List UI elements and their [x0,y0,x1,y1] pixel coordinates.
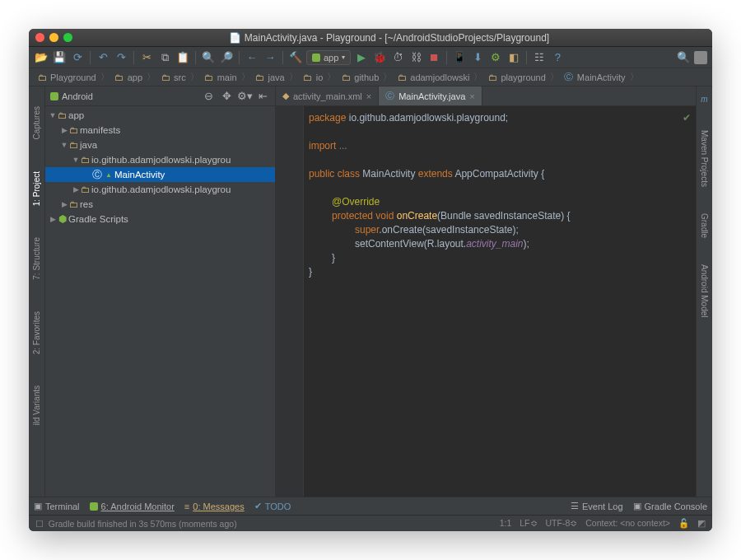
line-ending[interactable]: LF≎ [520,518,537,529]
close-window-button[interactable] [35,33,44,42]
close-tab-icon[interactable]: × [469,91,474,101]
tab-project[interactable]: 1: Project [32,168,41,209]
context[interactable]: Context: <no context> [585,518,670,529]
zoom-window-button[interactable] [63,33,72,42]
crumb-mainactivity[interactable]: ⒸMainActivity [561,70,628,84]
sdk-icon[interactable]: ⬇ [470,50,485,65]
btn-messages[interactable]: ≡ 0: Messages [184,502,245,511]
btn-event-log[interactable]: ☰ Event Log [571,501,623,511]
project-panel-header: Android ⊖ ✥ ⚙▾ ⇤ [45,86,275,106]
user-icon[interactable] [694,51,707,64]
find-icon[interactable]: 🔍 [201,50,216,65]
crumb-adamjodlowski[interactable]: 🗀adamjodlowski [394,72,472,83]
tab-mainactivity-java[interactable]: ⒸMainActivity.java× [379,86,482,105]
copy-icon[interactable]: ⧉ [157,50,172,65]
crumb-src[interactable]: 🗀src [157,72,189,83]
avd-icon[interactable]: 📱 [452,50,467,65]
tree-pkg2[interactable]: ▶🗀io.github.adamjodlowski.playgrou [45,182,275,197]
search-icon[interactable]: 🔍 [676,50,691,65]
btn-android-monitor[interactable]: 6: Android Monitor [90,502,175,511]
save-icon[interactable]: 💾 [52,50,67,65]
back-icon[interactable]: ← [245,50,259,65]
tab-captures[interactable]: Captures [32,103,41,143]
settings-icon[interactable]: ⚙▾ [237,89,252,104]
tree-gradle-scripts[interactable]: ▶⬢Gradle Scripts [45,212,275,226]
forward-icon[interactable]: → [263,50,277,65]
minimize-window-button[interactable] [49,33,58,42]
help-icon[interactable]: ? [550,50,565,65]
lock-icon[interactable]: 🔓 [678,518,689,529]
crumb-github[interactable]: 🗀github [338,72,381,83]
run-icon[interactable]: ▶ [354,50,369,65]
tab-android-model[interactable]: Android Model [700,261,709,320]
tree-pkg1[interactable]: ▼🗀io.github.adamjodlowski.playgrou [45,152,275,167]
separator [90,51,91,64]
btn-gradle-console[interactable]: ▣ Gradle Console [633,501,707,511]
tab-build-variants[interactable]: ild Variants [32,382,41,429]
crumb-app[interactable]: 🗀app [111,72,145,83]
structure-icon[interactable]: ☷ [532,50,547,65]
editor-area: ◆activity_main.xml× ⒸMainActivity.java× … [276,86,696,497]
window-title: 📄 MainActivity.java - Playground - [~/An… [72,32,706,44]
main-toolbar: 📂 💾 ⟳ ↶ ↷ ✂ ⧉ 📋 🔍 🔎 ← → 🔨 app ▾ ▶ 🐞 ⏱ ⛓ … [29,47,712,68]
right-tool-gutter: m Maven Projects Gradle Android Model [696,86,712,497]
paste-icon[interactable]: 📋 [175,50,190,65]
btn-todo[interactable]: ✔ TODO [254,501,291,511]
target-icon[interactable]: ✥ [219,89,234,104]
profile-icon[interactable]: ⏱ [390,50,405,65]
tab-activity-main-xml[interactable]: ◆activity_main.xml× [276,86,379,105]
replace-icon[interactable]: 🔎 [219,50,234,65]
tab-maven[interactable]: Maven Projects [700,127,709,190]
layout-icon[interactable]: ◧ [506,50,521,65]
close-tab-icon[interactable]: × [366,91,371,101]
stop-icon[interactable]: ⏹ [426,50,441,65]
tab-favorites[interactable]: 2: Favorites [32,308,41,357]
crumb-io[interactable]: 🗀io [300,72,326,83]
crumb-main[interactable]: 🗀main [201,72,240,83]
workspace-icon[interactable]: ◩ [697,518,706,529]
tab-structure[interactable]: 7: Structure [32,234,41,283]
undo-icon[interactable]: ↶ [96,50,110,65]
tree-java[interactable]: ▼🗀java [45,138,275,152]
bottom-tool-bar: ▣ Terminal 6: Android Monitor ≡ 0: Messa… [29,497,712,515]
tree-app[interactable]: ▼🗀app [45,108,275,123]
android-icon [312,54,320,62]
cut-icon[interactable]: ✂ [139,50,154,65]
caret-position[interactable]: 1:1 [500,518,512,529]
project-tree: ▼🗀app ▶🗀manifests ▼🗀java ▼🗀io.github.ada… [45,106,275,497]
tree-mainactivity[interactable]: Ⓒ▲MainActivity [45,167,275,182]
crumb-playground[interactable]: 🗀Playground [34,72,99,83]
project-sidebar: Android ⊖ ✥ ⚙▾ ⇤ ▼🗀app ▶🗀manifests ▼🗀jav… [45,86,276,497]
hide-icon[interactable]: ⇤ [255,89,270,104]
status-hide-icon[interactable]: ☐ [35,519,44,529]
crumb-playground-pkg[interactable]: 🗀playground [484,72,548,83]
run-config-selector[interactable]: app ▾ [306,50,351,65]
redo-icon[interactable]: ↷ [114,50,128,65]
sync-icon[interactable]: ⟳ [70,50,85,65]
code-editor[interactable]: ✔ package io.github.adamjodlowski.playgr… [276,106,696,497]
gradle-icon[interactable]: ⚙ [488,50,503,65]
make-icon[interactable]: 🔨 [288,50,303,65]
open-icon[interactable]: 📂 [34,50,49,65]
tree-manifests[interactable]: ▶🗀manifests [45,123,275,138]
file-icon: 📄 [229,32,241,44]
collapse-icon[interactable]: ⊖ [201,89,216,104]
window-title-text: MainActivity.java - Playground - [~/Andr… [245,32,549,44]
maven-m-icon: m [701,91,707,107]
crumb-java[interactable]: 🗀java [252,72,287,83]
tree-res[interactable]: ▶🗀res [45,197,275,212]
btn-terminal[interactable]: ▣ Terminal [34,501,80,511]
editor-tabs: ◆activity_main.xml× ⒸMainActivity.java× [276,86,696,106]
tab-gradle[interactable]: Gradle [700,210,709,241]
left-tool-gutter: Captures 1: Project 7: Structure 2: Favo… [29,86,45,497]
separator [282,51,283,64]
encoding[interactable]: UTF-8≎ [546,518,578,529]
inspection-ok-icon: ✔ [683,111,691,125]
debug-icon[interactable]: 🐞 [372,50,387,65]
android-icon [50,92,58,100]
separator [239,51,240,64]
breadcrumb-bar: 🗀Playground〉 🗀app〉 🗀src〉 🗀main〉 🗀java〉 🗀… [29,68,712,86]
dropdown-icon: ▾ [342,54,345,61]
attach-icon[interactable]: ⛓ [408,50,423,65]
project-view-selector[interactable]: Android [62,91,198,101]
